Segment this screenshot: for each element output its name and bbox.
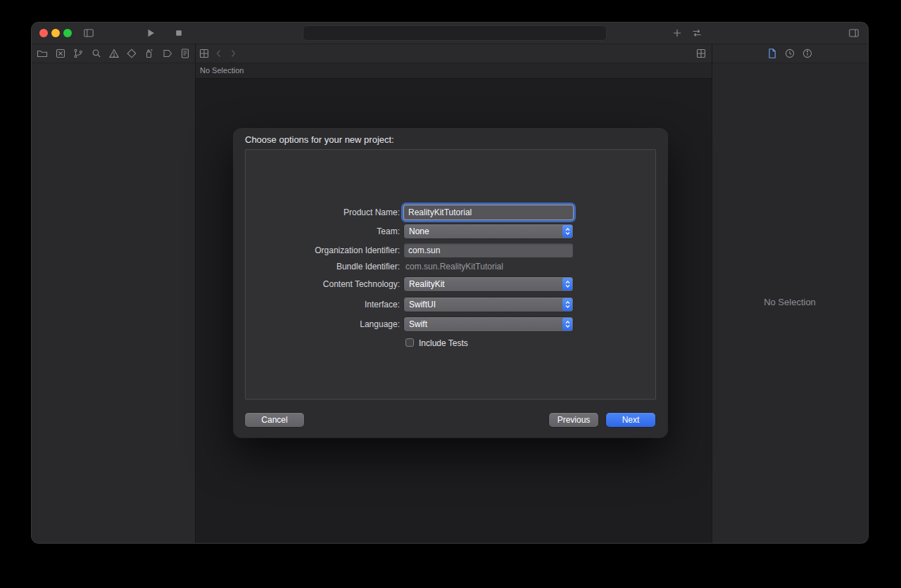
project-navigator-icon[interactable] (37, 48, 48, 59)
find-navigator-icon[interactable] (91, 48, 102, 59)
organization-identifier-label: Organization Identifier: (246, 245, 400, 256)
minimize-traffic-light[interactable] (51, 29, 60, 37)
x-square-navigator-icon[interactable] (55, 48, 66, 59)
route-arrows-icon[interactable] (691, 27, 702, 39)
team-value: None (409, 224, 429, 238)
sidebar-toggle-icon[interactable] (83, 27, 94, 39)
tab-strip (32, 44, 868, 63)
popup-chevrons-icon (562, 318, 572, 331)
content-technology-popup[interactable]: RealityKit (404, 277, 573, 291)
navigator-divider (195, 44, 196, 543)
previous-button[interactable]: Previous (549, 413, 598, 427)
inspector-placeholder: No Selection (712, 297, 868, 307)
language-value: Swift (409, 317, 427, 331)
history-inspector-icon[interactable] (784, 48, 795, 59)
titlebar (32, 23, 868, 44)
product-name-label: Product Name: (246, 207, 400, 218)
language-popup[interactable]: Swift (404, 317, 573, 331)
forward-chevron-icon[interactable] (227, 48, 239, 59)
organization-identifier-field[interactable]: com.sun (404, 243, 573, 257)
inspector-divider (712, 44, 712, 543)
editor-options-grid-icon[interactable] (695, 48, 707, 59)
close-traffic-light[interactable] (39, 29, 48, 37)
options-form-panel: Product Name: RealityKitTutorial Team: N… (245, 149, 656, 400)
cancel-button[interactable]: Cancel (245, 413, 304, 427)
stop-button[interactable] (173, 27, 184, 39)
sheet-title: Choose options for your new project: (245, 134, 394, 145)
source-control-navigator-icon[interactable] (73, 48, 84, 59)
include-tests-label: Include Tests (419, 338, 468, 348)
add-editor-icon[interactable] (672, 27, 683, 39)
debug-navigator-icon[interactable] (144, 48, 155, 59)
activity-viewer (303, 25, 607, 41)
report-navigator-icon[interactable] (179, 48, 191, 59)
jump-bar-text: No Selection (200, 66, 244, 75)
interface-value: SwiftUI (409, 298, 436, 312)
inspector-toggle-icon[interactable] (848, 27, 859, 39)
popup-chevrons-icon (562, 298, 572, 311)
zoom-traffic-light[interactable] (63, 29, 72, 37)
jump-bar[interactable]: No Selection (195, 63, 712, 79)
related-items-icon[interactable] (199, 48, 210, 59)
interface-label: Interface: (246, 299, 400, 310)
organization-identifier-value: com.sun (404, 243, 573, 257)
product-name-value: RealityKitTutorial (404, 205, 573, 219)
screen: No Selection No Selection Choose options… (0, 0, 901, 588)
breakpoint-navigator-icon[interactable] (162, 48, 173, 59)
content-technology-value: RealityKit (409, 277, 445, 291)
file-inspector-icon[interactable] (767, 48, 778, 59)
team-label: Team: (246, 226, 400, 237)
navigator-panel (32, 63, 195, 543)
issue-navigator-icon[interactable] (108, 48, 120, 59)
content-technology-label: Content Technology: (246, 279, 400, 290)
back-chevron-icon[interactable] (213, 48, 225, 59)
popup-chevrons-icon (562, 278, 572, 290)
help-inspector-icon[interactable] (802, 48, 813, 59)
new-project-options-sheet: Choose options for your new project: Pro… (234, 129, 667, 437)
bundle-identifier-value: com.sun.RealityKitTutorial (405, 261, 503, 272)
test-navigator-icon[interactable] (126, 48, 137, 59)
interface-popup[interactable]: SwiftUI (404, 298, 573, 312)
include-tests-checkbox[interactable] (405, 338, 414, 347)
next-button[interactable]: Next (606, 413, 655, 427)
bundle-identifier-label: Bundle Identifier: (246, 261, 400, 272)
popup-chevrons-icon (562, 225, 572, 238)
language-label: Language: (246, 319, 400, 330)
inspector-panel: No Selection (712, 63, 868, 543)
team-popup[interactable]: None (404, 224, 573, 238)
product-name-field[interactable]: RealityKitTutorial (404, 205, 573, 219)
run-button[interactable] (145, 27, 156, 39)
